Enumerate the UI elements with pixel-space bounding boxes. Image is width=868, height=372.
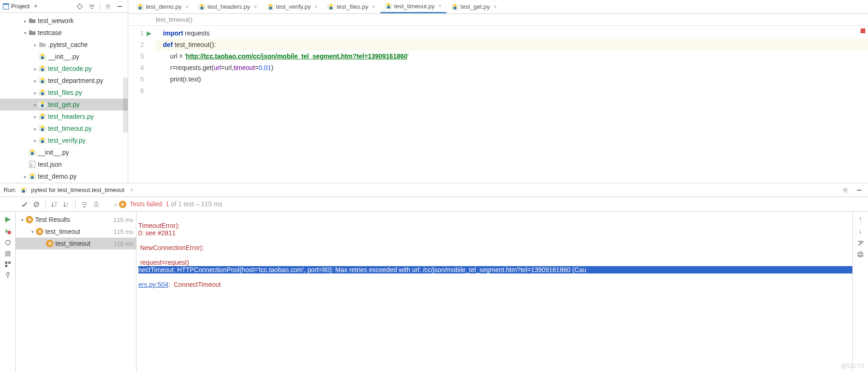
show-passed-icon[interactable] <box>19 199 30 209</box>
tree-item[interactable]: __init__.py <box>0 146 128 158</box>
layout-icon[interactable] <box>5 261 11 267</box>
close-icon[interactable]: × <box>130 186 134 193</box>
close-icon[interactable]: × <box>314 4 318 10</box>
code-line[interactable]: url = 'http://tcc.taobao.com/cc/json/mob… <box>156 51 868 62</box>
tree-item[interactable]: ▸test_decode.py <box>0 63 128 75</box>
tree-item[interactable]: ▸test_timeout.py <box>0 122 128 134</box>
chevron-icon[interactable]: ▸ <box>31 102 39 107</box>
code-line[interactable] <box>156 85 868 97</box>
chevron-icon[interactable]: ▸ <box>31 42 39 47</box>
tree-item[interactable]: ▸test_wework <box>0 15 128 27</box>
run-body: ▶ ▾✕Test Results115 ms▾✕test_timeout115 … <box>0 212 868 372</box>
editor-tab[interactable]: test_headers.py× <box>194 0 262 13</box>
test-tree-item[interactable]: ✕test_timeout115 ms <box>16 238 136 250</box>
tree-scrollbar[interactable] <box>123 77 128 133</box>
chevron-icon[interactable]: ▾ <box>18 217 26 222</box>
chevron-icon[interactable]: ▸ <box>31 78 39 83</box>
editor-tab[interactable]: test_demo.py× <box>132 0 194 13</box>
breadcrumb-item[interactable]: test_timeout() <box>156 16 192 23</box>
tests-failed-text: Tests failed: 1 <box>130 200 169 208</box>
tree-item[interactable]: __init__.py <box>0 51 128 63</box>
console-line-selected[interactable]: nectTimeout: HTTPConnectionPool(host='tc… <box>138 266 852 273</box>
pin-icon[interactable] <box>5 272 11 279</box>
project-panel-title[interactable]: Project <box>11 3 30 10</box>
locate-icon[interactable] <box>75 1 85 12</box>
file-icon: {} <box>29 161 36 168</box>
svg-text:z: z <box>66 205 68 208</box>
collapse-all-icon[interactable] <box>91 199 101 209</box>
editor-tab[interactable]: test_timeout.py× <box>380 0 447 13</box>
editor-tab[interactable]: test_verify.py× <box>262 0 323 13</box>
tree-item[interactable]: {}test.json <box>0 158 128 170</box>
collapse-all-icon[interactable] <box>87 1 97 12</box>
chevron-icon[interactable]: ▸ <box>31 138 39 143</box>
code-line[interactable]: print(r.text) <box>156 74 868 85</box>
breadcrumb[interactable]: test_timeout() <box>128 14 868 26</box>
tree-item-label: __init__.py <box>48 53 79 60</box>
tree-item[interactable]: ▾testcase <box>0 27 128 39</box>
file-icon <box>29 29 36 36</box>
print-icon[interactable] <box>857 251 864 258</box>
run-config-name[interactable]: pytest for test_timeout.test_timeout <box>31 186 124 193</box>
hide-icon[interactable] <box>115 1 125 12</box>
tree-item[interactable]: ▸.pytest_cache <box>0 39 128 51</box>
chevron-icon[interactable]: ▸ <box>31 90 39 95</box>
down-icon[interactable]: ↓ <box>859 227 862 235</box>
soft-wrap-icon[interactable] <box>857 239 864 246</box>
editor-tab[interactable]: test_files.py× <box>323 0 380 13</box>
error-stripe-icon[interactable] <box>861 29 865 33</box>
gear-icon[interactable] <box>103 1 113 12</box>
editor-body[interactable]: 123456 ▶ import requests def test_timeou… <box>128 26 868 183</box>
test-results-tree[interactable]: ▾✕Test Results115 ms▾✕test_timeout115 ms… <box>16 212 136 372</box>
tree-item[interactable]: ▸test_demo.py <box>0 170 128 182</box>
console-output[interactable]: TimeoutError): 0: see #2811 NewConnectio… <box>136 212 852 372</box>
code-line[interactable]: def test_timeout(): <box>156 39 868 51</box>
run-line-icon[interactable]: ▶ <box>147 28 156 39</box>
chevron-icon[interactable]: ▸ <box>31 126 39 131</box>
close-icon[interactable]: × <box>438 3 442 9</box>
stop-icon[interactable] <box>5 251 11 256</box>
file-link[interactable]: ers.py:504 <box>138 281 168 288</box>
file-icon <box>39 101 46 108</box>
chevron-icon[interactable]: ▾ <box>29 229 36 234</box>
tree-item[interactable]: ▸test_department.py <box>0 75 128 87</box>
chevron-icon[interactable]: ▸ <box>31 66 39 71</box>
chevron-icon[interactable]: ▸ <box>21 174 29 179</box>
tree-item[interactable]: ▸test_verify.py <box>0 134 128 146</box>
close-icon[interactable]: × <box>494 4 497 10</box>
code-area[interactable]: import requests def test_timeout(): url … <box>156 26 868 183</box>
svg-point-34 <box>7 231 11 234</box>
toggle-auto-test-icon[interactable] <box>4 239 12 246</box>
console-line: TimeoutError): <box>138 222 180 229</box>
sort-alpha-icon[interactable]: az <box>61 199 71 209</box>
test-time: 115 ms <box>113 228 133 235</box>
chevron-right-icon[interactable]: » <box>114 202 117 207</box>
gear-icon[interactable] <box>840 185 850 195</box>
close-icon[interactable]: × <box>185 4 189 10</box>
chevron-icon[interactable]: ▾ <box>21 30 29 35</box>
code-line[interactable]: r=requests.get(url=url,timeout=0.01) <box>156 62 868 74</box>
hide-icon[interactable] <box>854 185 864 195</box>
up-icon[interactable]: ↑ <box>859 215 862 222</box>
rerun-icon[interactable]: ▶ <box>5 215 11 223</box>
project-tree[interactable]: ▸test_wework▾testcase▸.pytest_cache__ini… <box>0 13 128 183</box>
dropdown-icon[interactable]: ▼ <box>33 4 38 9</box>
test-label: test_timeout <box>55 240 113 247</box>
sort-icon[interactable] <box>49 199 59 209</box>
tree-item[interactable]: ▸test_files.py <box>0 87 128 99</box>
rerun-failed-icon[interactable] <box>5 228 11 234</box>
show-ignored-icon[interactable] <box>31 199 41 209</box>
chevron-icon[interactable]: ▸ <box>31 114 39 119</box>
editor-tab[interactable]: test_get.py× <box>447 0 502 13</box>
svg-rect-36 <box>5 262 7 264</box>
tree-item[interactable]: ▸test_get.py <box>0 99 128 110</box>
close-icon[interactable]: × <box>254 4 257 10</box>
tests-total-text: of 1 test – 115 ms <box>169 200 222 208</box>
expand-all-icon[interactable] <box>79 199 89 209</box>
test-tree-item[interactable]: ▾✕test_timeout115 ms <box>16 226 136 238</box>
tree-item[interactable]: ▸test_headers.py <box>0 110 128 122</box>
code-line[interactable]: import requests <box>156 28 868 39</box>
chevron-icon[interactable]: ▸ <box>21 18 29 23</box>
test-tree-item[interactable]: ▾✕Test Results115 ms <box>16 214 136 226</box>
close-icon[interactable]: × <box>372 4 375 10</box>
